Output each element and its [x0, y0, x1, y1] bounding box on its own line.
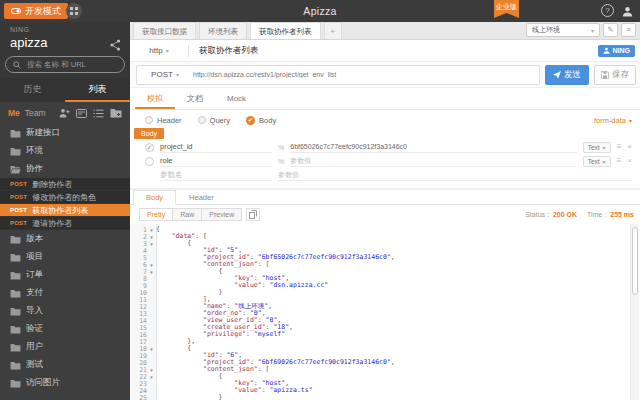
fold-caret-icon[interactable]: ▾ [147, 227, 156, 233]
sidebar-item[interactable]: 新建接口 [0, 124, 130, 142]
sidebar-item[interactable]: 导入 [0, 302, 130, 320]
request-tab[interactable]: Mock [215, 88, 258, 109]
sidebar-item[interactable]: 版本 [0, 230, 130, 248]
header-radio[interactable]: Header [145, 116, 182, 125]
param-name-input[interactable]: project_id [160, 141, 272, 153]
request-tab[interactable]: 文档 [175, 88, 215, 109]
chevron-down-icon: ▾ [603, 158, 606, 165]
fold-caret-icon[interactable]: ▾ [147, 367, 156, 373]
fold-caret-icon[interactable]: ▾ [147, 234, 156, 240]
method-badge: POST [10, 207, 27, 213]
sidebar-item[interactable]: 支付 [0, 284, 130, 302]
code-line: 2▾ "data": [ [130, 233, 628, 240]
param-value-input[interactable]: 6bf65026c7c77eefc90c912f3a3146c0 [290, 141, 576, 153]
add-collaborator-icon[interactable] [59, 108, 70, 118]
sidebar-item[interactable]: 验证 [0, 320, 130, 338]
sidebar-item[interactable]: 访问图片 [0, 374, 130, 392]
param-value-input[interactable]: 参数值 [278, 169, 632, 181]
param-row: 参数名参数值 [130, 168, 640, 182]
scope-team[interactable]: Team [25, 108, 46, 118]
sidebar-item[interactable]: 项目 [0, 248, 130, 266]
fold-caret-icon[interactable]: ▾ [147, 241, 156, 247]
editor-scrollbar[interactable] [630, 224, 639, 400]
sidebar-item[interactable]: 测试 [0, 356, 130, 374]
environment-list-button[interactable]: ≡ [621, 23, 636, 37]
sidebar-search[interactable] [5, 56, 125, 73]
user-badge[interactable]: NING [598, 45, 636, 57]
copy-response-button[interactable] [246, 208, 260, 221]
param-value-input[interactable]: 参数值 [290, 155, 576, 167]
sidebar-header: NING apizza [0, 22, 130, 78]
param-type-select[interactable]: Text▾ [583, 142, 611, 153]
protocol-select[interactable]: http ▾ [130, 46, 188, 55]
variable-icon[interactable]: % [278, 144, 284, 151]
tab-list[interactable]: 列表 [65, 78, 130, 102]
body-type-select[interactable]: form-data ▾ [594, 116, 632, 125]
save-button[interactable]: 保存 [594, 65, 636, 85]
method-select[interactable]: POST ▾ [137, 70, 193, 79]
variable-icon[interactable]: % [278, 158, 284, 165]
edit-environment-button[interactable]: ✎ [603, 23, 618, 37]
view-mode-button[interactable]: Preview [201, 208, 242, 221]
fold-caret-icon[interactable]: ▾ [147, 269, 156, 275]
request-tab[interactable]: 模拟 [135, 88, 175, 109]
card-view-icon[interactable] [76, 109, 87, 118]
line-number: 25 [130, 394, 147, 400]
remove-param-icon[interactable]: × [627, 142, 632, 152]
param-name-input[interactable]: 参数名 [160, 169, 272, 181]
user-menu-button[interactable] [620, 4, 634, 18]
drag-handle-icon[interactable]: ≡ [617, 142, 622, 152]
sidebar-item[interactable]: POST修改协作者的角色 [0, 191, 130, 204]
scope-me[interactable]: Me [8, 108, 20, 118]
sidebar-item-label: 修改协作者的角色 [32, 192, 96, 203]
environment-select[interactable]: 线上环境 ▾ [526, 23, 600, 37]
body-radio-label: Body [259, 116, 276, 125]
sidebar-item-label: 邀请协作者 [32, 218, 72, 229]
response-tab[interactable]: Header [176, 190, 227, 205]
request-name-row: http ▾ 获取协作者列表 NING [130, 40, 640, 62]
param-name-input[interactable]: role [160, 155, 272, 167]
radio-circle-icon [145, 116, 153, 124]
response-tab[interactable]: Body [133, 190, 176, 205]
param-enabled-checkbox[interactable]: ✓ [145, 143, 154, 152]
code-line: 17 }, [130, 338, 628, 345]
fold-caret-icon[interactable]: ▾ [147, 374, 156, 380]
list-view-icon[interactable] [93, 109, 104, 118]
sidebar-item[interactable]: POST邀请协作者 [0, 217, 130, 230]
view-mode-button[interactable]: Pretty [139, 208, 173, 221]
scrollbar-thumb[interactable] [632, 227, 638, 295]
tab-history[interactable]: 历史 [0, 78, 65, 102]
param-type-select[interactable]: Text▾ [583, 156, 611, 167]
drag-handle-icon[interactable]: ≡ [617, 156, 622, 166]
view-mode-button[interactable]: Raw [172, 208, 202, 221]
document-tab[interactable]: 环境列表 [199, 22, 247, 39]
code-text: } [156, 394, 223, 400]
body-radio[interactable]: ✔ Body [246, 116, 276, 125]
search-input[interactable] [25, 59, 117, 70]
fold-caret-icon[interactable]: ▾ [147, 262, 156, 268]
sidebar-item[interactable]: 订单 [0, 266, 130, 284]
chevron-down-icon: ▾ [603, 144, 606, 151]
view-mode-group: PrettyRawPreview [140, 208, 242, 221]
sidebar-item[interactable]: 用户 [0, 338, 130, 356]
fold-caret-icon[interactable]: ▾ [147, 346, 156, 352]
new-tab-button[interactable]: + [324, 22, 342, 39]
sidebar-item[interactable]: 环境 [0, 142, 130, 160]
sidebar-item[interactable]: POST删除协作者 [0, 178, 130, 191]
chevron-down-icon: ▾ [176, 71, 179, 78]
help-icon[interactable]: ? [601, 4, 614, 17]
remove-param-icon[interactable]: × [627, 156, 632, 166]
response-body-editor[interactable]: 1▾{2▾ "data": [3▾ {4 "id": "5",5 "projec… [130, 224, 640, 400]
new-folder-icon[interactable] [110, 108, 122, 118]
document-tab[interactable]: 获取接口数据 [133, 22, 196, 39]
project-name: apizza [10, 35, 48, 50]
url-input[interactable]: http://dsn.apizza.cc/restv1/project/get_… [193, 71, 539, 78]
send-button[interactable]: 发送 [545, 65, 589, 85]
param-enabled-checkbox[interactable] [145, 157, 154, 166]
sidebar-item[interactable]: POST获取协作者列表 [0, 204, 130, 217]
query-radio[interactable]: Query [198, 116, 230, 125]
request-name-input[interactable]: 获取协作者列表 [199, 45, 259, 57]
share-icon[interactable] [110, 39, 121, 51]
sidebar-item[interactable]: 协作 [0, 160, 130, 178]
document-tab[interactable]: 获取协作者列表 [250, 22, 321, 39]
